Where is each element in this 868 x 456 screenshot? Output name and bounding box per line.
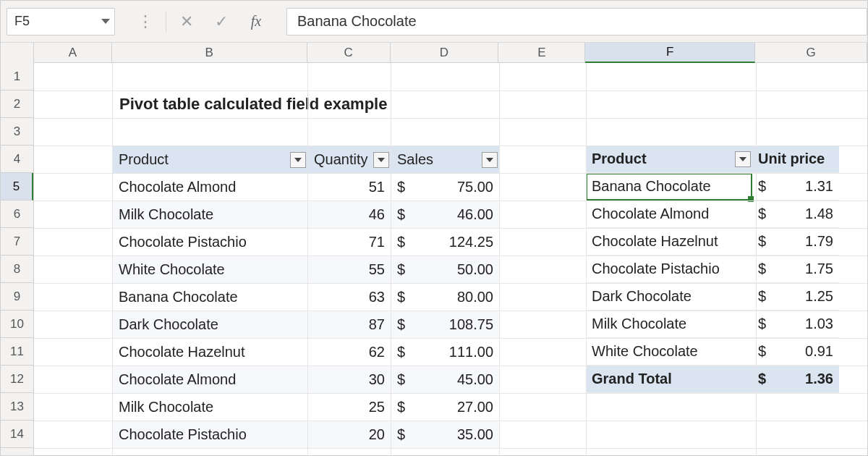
table-row[interactable]: Chocolate Almond51$75.00 (113, 174, 500, 201)
row-header[interactable]: 9 (1, 283, 33, 311)
column-header[interactable]: E (498, 43, 585, 63)
row-header[interactable]: 6 (1, 200, 33, 228)
table-row[interactable]: Milk Chocolate46$46.00 (113, 201, 500, 229)
grand-total-label: Grand Total (586, 366, 752, 393)
table-row[interactable]: Chocolate Almond30$45.00 (113, 366, 500, 394)
row-header[interactable]: 5 (1, 173, 33, 200)
column-header[interactable]: D (391, 43, 499, 63)
pivot-row[interactable]: Dark Chocolate$1.25 (586, 283, 839, 311)
cancel-icon[interactable]: ✕ (169, 8, 204, 35)
select-all-corner[interactable] (1, 43, 34, 63)
spreadsheet-grid: ABCDEFG 1234567891011121314 Pivot table … (1, 43, 867, 455)
row-header[interactable]: 13 (1, 393, 33, 421)
pivot-table: Product Unit price Banana Chocolate$1.31… (586, 145, 839, 393)
pivot-row[interactable]: Chocolate Pistachio$1.75 (586, 256, 839, 283)
pivot-row[interactable]: Milk Chocolate$1.03 (586, 311, 839, 338)
name-box[interactable]: F5 (7, 8, 115, 35)
table-row[interactable]: Chocolate Pistachio20$35.00 (113, 421, 500, 449)
table-row[interactable]: Banana Chocolate63$80.00 (113, 284, 500, 311)
pivot-col-unit-price: Unit price (752, 145, 839, 173)
table-row[interactable]: Milk Chocolate25$27.00 (113, 394, 500, 421)
source-table: Product Quantity Sales Chocolate Almond5… (112, 145, 500, 449)
row-header[interactable]: 2 (1, 90, 33, 118)
name-box-value: F5 (14, 14, 30, 29)
row-headers: 1234567891011121314 (1, 63, 34, 455)
col-quantity[interactable]: Quantity (308, 146, 391, 174)
pivot-col-product[interactable]: Product (586, 145, 752, 173)
col-product[interactable]: Product (113, 146, 308, 174)
pivot-row[interactable]: Chocolate Hazelnut$1.79 (586, 228, 839, 256)
row-header[interactable]: 12 (1, 366, 33, 393)
column-header[interactable]: F (585, 43, 755, 63)
column-headers: ABCDEFG (1, 43, 867, 63)
pivot-row[interactable]: Chocolate Almond$1.48 (586, 200, 839, 228)
enter-icon[interactable]: ✓ (204, 8, 239, 35)
filter-icon[interactable] (735, 151, 751, 167)
cells-area[interactable]: Pivot table calculated field example Pro… (34, 63, 867, 455)
col-sales[interactable]: Sales (391, 146, 500, 174)
table-row[interactable]: Chocolate Pistachio71$124.25 (113, 229, 500, 256)
pivot-row[interactable]: White Chocolate$0.91 (586, 338, 839, 366)
row-header[interactable]: 10 (1, 311, 33, 338)
grand-total-value: $1.36 (752, 366, 839, 393)
table-row[interactable]: Chocolate Hazelnut62$111.00 (113, 339, 500, 366)
filter-icon[interactable] (482, 152, 498, 168)
pivot-row[interactable]: Banana Chocolate$1.31 (586, 173, 839, 200)
column-header[interactable]: G (755, 43, 867, 63)
filter-icon[interactable] (373, 152, 389, 168)
row-header[interactable]: 1 (1, 63, 33, 90)
fx-icon[interactable]: fx (239, 8, 273, 35)
column-header[interactable]: A (34, 43, 112, 63)
formula-input[interactable]: Banana Chocolate (286, 8, 867, 35)
page-title: Pivot table calculated field example (119, 95, 387, 114)
column-header[interactable]: C (307, 43, 391, 63)
row-header[interactable]: 11 (1, 338, 33, 366)
row-header[interactable]: 7 (1, 228, 33, 256)
formula-value: Banana Chocolate (297, 13, 417, 30)
row-header[interactable]: 4 (1, 145, 33, 173)
row-header[interactable]: 8 (1, 256, 33, 283)
table-row[interactable]: Dark Chocolate87$108.75 (113, 311, 500, 339)
source-table-header: Product Quantity Sales (113, 146, 500, 174)
chevron-down-icon (101, 19, 110, 24)
column-header[interactable]: B (112, 43, 307, 63)
row-header[interactable]: 14 (1, 421, 33, 448)
table-row[interactable]: White Chocolate55$50.00 (113, 256, 500, 284)
more-icon[interactable]: ⋮ (128, 8, 163, 35)
filter-icon[interactable] (290, 152, 306, 168)
formula-bar: F5 ⋮ ✕ ✓ fx Banana Chocolate (1, 1, 867, 43)
row-header[interactable]: 3 (1, 118, 33, 145)
